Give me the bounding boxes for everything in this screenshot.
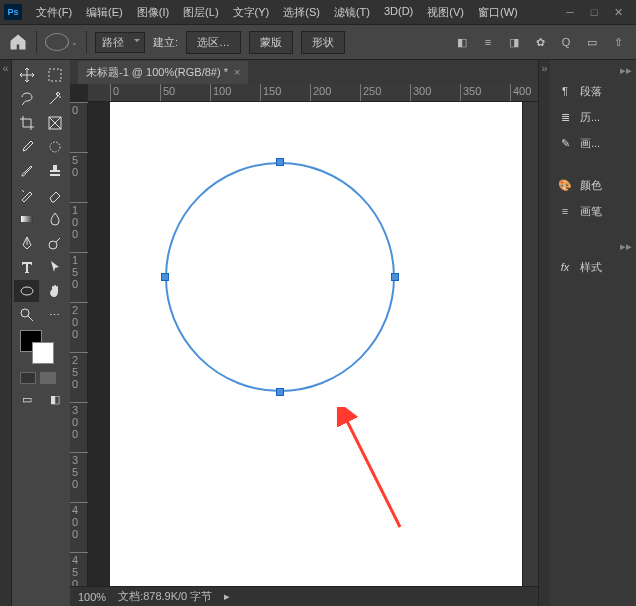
separator [36, 31, 37, 53]
move-tool[interactable] [14, 64, 39, 86]
tools-panel: ⋯ ▭ ◧ [12, 60, 70, 606]
status-bar: 100% 文档:878.9K/0 字节 ▸ [70, 586, 538, 606]
menu-image[interactable]: 图像(I) [131, 2, 175, 23]
stamp-tool[interactable] [42, 160, 67, 182]
panel-brushes[interactable]: ≡画笔 [550, 198, 636, 224]
eraser-tool[interactable] [42, 184, 67, 206]
zoom-level[interactable]: 100% [78, 591, 106, 603]
zoom-tool[interactable] [14, 304, 39, 326]
home-icon[interactable] [8, 32, 28, 52]
edit-toolbar[interactable]: ⋯ [42, 304, 67, 326]
ellipse-path[interactable] [165, 162, 395, 392]
share-icon[interactable]: ⇧ [608, 32, 628, 52]
ellipse-tool[interactable] [14, 280, 39, 302]
brush-tool[interactable] [14, 160, 39, 182]
fx-icon: fx [556, 259, 574, 275]
menu-file[interactable]: 文件(F) [30, 2, 78, 23]
path-op-icon[interactable]: ◧ [452, 32, 472, 52]
panel-paragraph[interactable]: ¶段落 [550, 78, 636, 104]
window-controls: ─ □ ✕ [562, 4, 626, 20]
panel-menu-icon[interactable]: ▸▸ [550, 240, 636, 254]
svg-point-6 [21, 309, 29, 317]
panels-collapse[interactable]: » [538, 60, 550, 606]
marquee-tool[interactable] [42, 64, 67, 86]
document-tabs: 未标题-1 @ 100%(RGB/8#) * × [70, 60, 538, 84]
crop-tool[interactable] [14, 112, 39, 134]
panel-color[interactable]: 🎨颜色 [550, 172, 636, 198]
panel-label: 颜色 [580, 178, 602, 193]
menu-view[interactable]: 视图(V) [421, 2, 470, 23]
ruler-vertical[interactable]: 050100150200250300350400450 [70, 102, 88, 586]
color-swatches[interactable] [14, 328, 68, 368]
panel-label: 历... [580, 110, 600, 125]
svg-point-5 [21, 287, 33, 295]
app-logo: Ps [4, 4, 22, 20]
main-menu: 文件(F) 编辑(E) 图像(I) 图层(L) 文字(Y) 选择(S) 滤镜(T… [30, 2, 562, 23]
title-bar: Ps 文件(F) 编辑(E) 图像(I) 图层(L) 文字(Y) 选择(S) 滤… [0, 0, 636, 24]
anchor-bottom[interactable] [276, 388, 284, 396]
panel-brush[interactable]: ✎画... [550, 130, 636, 156]
shape-button[interactable]: 形状 [301, 31, 345, 54]
magic-wand-tool[interactable] [42, 88, 67, 110]
minimize-button[interactable]: ─ [562, 4, 578, 20]
document-tab[interactable]: 未标题-1 @ 100%(RGB/8#) * × [78, 61, 248, 84]
anchor-top[interactable] [276, 158, 284, 166]
ruler-horizontal[interactable]: 050100150200250300350400 [88, 84, 538, 102]
eyedropper-tool[interactable] [14, 136, 39, 158]
lasso-tool[interactable] [14, 88, 39, 110]
panel-label: 画... [580, 136, 600, 151]
anchor-right[interactable] [391, 273, 399, 281]
menu-window[interactable]: 窗口(W) [472, 2, 524, 23]
arrange-icon[interactable]: ◨ [504, 32, 524, 52]
selection-button[interactable]: 选区… [186, 31, 241, 54]
panel-label: 段落 [580, 84, 602, 99]
frame-tool[interactable] [42, 112, 67, 134]
quickmask-mode[interactable] [40, 372, 56, 384]
path-select-tool[interactable] [42, 256, 67, 278]
svg-rect-0 [49, 69, 61, 81]
hand-tool[interactable] [42, 280, 67, 302]
type-tool[interactable] [14, 256, 39, 278]
mode-icon[interactable]: ▭ [582, 32, 602, 52]
status-arrow-icon[interactable]: ▸ [224, 590, 230, 603]
dodge-tool[interactable] [42, 232, 67, 254]
screen-mode-2[interactable]: ◧ [42, 388, 67, 410]
pen-tool[interactable] [14, 232, 39, 254]
history-brush-tool[interactable] [14, 184, 39, 206]
menu-type[interactable]: 文字(Y) [227, 2, 276, 23]
mask-button[interactable]: 蒙版 [249, 31, 293, 54]
menu-select[interactable]: 选择(S) [277, 2, 326, 23]
chevron-down-icon[interactable]: ⌄ [71, 38, 78, 47]
menu-edit[interactable]: 编辑(E) [80, 2, 129, 23]
menu-layer[interactable]: 图层(L) [177, 2, 224, 23]
maximize-button[interactable]: □ [586, 4, 602, 20]
brush-icon: ✎ [556, 135, 574, 151]
svg-line-7 [345, 417, 400, 527]
tools-collapse[interactable]: « [0, 60, 12, 606]
healing-tool[interactable] [42, 136, 67, 158]
search-icon[interactable]: Q [556, 32, 576, 52]
screen-mode[interactable]: ▭ [14, 388, 39, 410]
ellipse-tool-icon[interactable] [45, 33, 69, 51]
doc-size: 文档:878.9K/0 字节 [118, 589, 212, 604]
canvas-viewport[interactable] [88, 102, 522, 586]
gear-icon[interactable]: ✿ [530, 32, 550, 52]
vertical-scrollbar[interactable] [522, 102, 538, 586]
background-color[interactable] [32, 342, 54, 364]
panel-history[interactable]: ≣历... [550, 104, 636, 130]
menu-filter[interactable]: 滤镜(T) [328, 2, 376, 23]
anchor-left[interactable] [161, 273, 169, 281]
tab-close-icon[interactable]: × [234, 66, 240, 78]
align-icon[interactable]: ≡ [478, 32, 498, 52]
panel-label: 样式 [580, 260, 602, 275]
canvas[interactable] [110, 102, 522, 586]
close-button[interactable]: ✕ [610, 4, 626, 20]
menu-3d[interactable]: 3D(D) [378, 2, 419, 23]
standard-mode[interactable] [20, 372, 36, 384]
gradient-tool[interactable] [14, 208, 39, 230]
palette-icon: 🎨 [556, 177, 574, 193]
panel-menu-icon[interactable]: ▸▸ [550, 64, 636, 78]
panel-styles[interactable]: fx样式 [550, 254, 636, 280]
blur-tool[interactable] [42, 208, 67, 230]
path-mode-dropdown[interactable]: 路径 [95, 32, 145, 53]
